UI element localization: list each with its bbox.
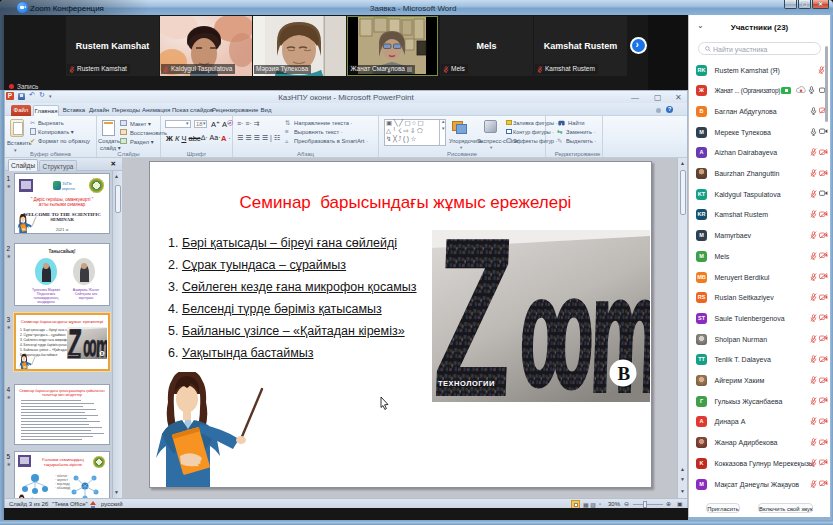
svg-text:Z: Z bbox=[432, 230, 516, 402]
svg-text:B: B bbox=[618, 363, 631, 384]
svg-text:ТЕХНОЛОГИИ: ТЕХНОЛОГИИ bbox=[438, 379, 495, 388]
svg-text:Z: Z bbox=[67, 327, 82, 359]
svg-text:ТЕХНОЛОГИИ: ТЕХНОЛОГИИ bbox=[68, 355, 78, 356]
